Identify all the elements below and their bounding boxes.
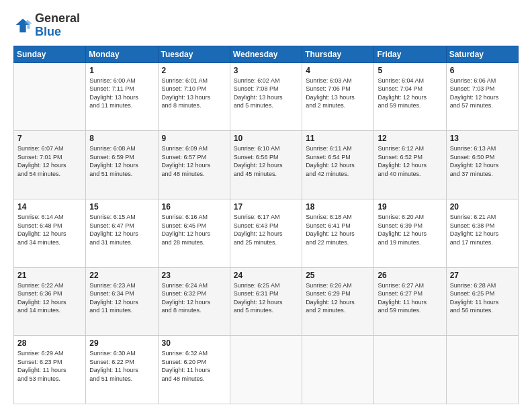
day-info: Sunrise: 6:09 AM Sunset: 6:57 PM Dayligh… (162, 144, 226, 178)
day-number: 29 (89, 338, 154, 348)
day-info: Sunrise: 6:00 AM Sunset: 7:11 PM Dayligh… (89, 77, 154, 110)
page: GeneralBlue SundayMondayTuesdayWednesday… (0, 0, 532, 411)
calendar-cell: 7Sunrise: 6:07 AM Sunset: 7:01 PM Daylig… (14, 131, 86, 199)
calendar-cell: 9Sunrise: 6:09 AM Sunset: 6:57 PM Daylig… (158, 131, 230, 199)
day-info: Sunrise: 6:17 AM Sunset: 6:43 PM Dayligh… (234, 213, 298, 246)
calendar-cell (374, 336, 446, 404)
calendar: SundayMondayTuesdayWednesdayThursdayFrid… (13, 46, 519, 404)
day-number: 17 (234, 202, 298, 212)
day-number: 18 (306, 202, 370, 212)
day-info: Sunrise: 6:29 AM Sunset: 6:23 PM Dayligh… (17, 349, 82, 383)
day-info: Sunrise: 6:16 AM Sunset: 6:45 PM Dayligh… (162, 213, 226, 246)
weekday-header: Sunday (14, 46, 86, 62)
day-number: 30 (162, 338, 226, 348)
day-info: Sunrise: 6:13 AM Sunset: 6:50 PM Dayligh… (450, 144, 515, 178)
day-info: Sunrise: 6:10 AM Sunset: 6:56 PM Dayligh… (234, 144, 298, 178)
calendar-cell: 22Sunrise: 6:23 AM Sunset: 6:34 PM Dayli… (86, 267, 158, 336)
calendar-cell (230, 336, 302, 404)
calendar-cell: 2Sunrise: 6:01 AM Sunset: 7:10 PM Daylig… (158, 62, 230, 131)
day-number: 25 (306, 271, 370, 280)
day-number: 6 (450, 66, 515, 75)
day-info: Sunrise: 6:32 AM Sunset: 6:20 PM Dayligh… (162, 349, 226, 383)
calendar-cell: 26Sunrise: 6:27 AM Sunset: 6:27 PM Dayli… (374, 267, 446, 336)
day-info: Sunrise: 6:30 AM Sunset: 6:22 PM Dayligh… (89, 349, 154, 383)
day-info: Sunrise: 6:06 AM Sunset: 7:03 PM Dayligh… (450, 77, 515, 110)
calendar-cell: 8Sunrise: 6:08 AM Sunset: 6:59 PM Daylig… (86, 131, 158, 199)
day-info: Sunrise: 6:24 AM Sunset: 6:32 PM Dayligh… (162, 281, 226, 315)
day-number: 23 (162, 271, 226, 280)
calendar-cell: 28Sunrise: 6:29 AM Sunset: 6:23 PM Dayli… (14, 336, 86, 404)
calendar-cell: 11Sunrise: 6:11 AM Sunset: 6:54 PM Dayli… (302, 131, 374, 199)
logo-blue: Blue (35, 26, 80, 39)
day-info: Sunrise: 6:02 AM Sunset: 7:08 PM Dayligh… (234, 77, 298, 110)
day-info: Sunrise: 6:12 AM Sunset: 6:52 PM Dayligh… (378, 144, 442, 178)
calendar-cell: 30Sunrise: 6:32 AM Sunset: 6:20 PM Dayli… (158, 336, 230, 404)
day-number: 5 (378, 66, 442, 75)
weekday-header: Tuesday (158, 46, 230, 62)
day-number: 21 (17, 271, 82, 280)
weekday-header: Wednesday (230, 46, 302, 62)
calendar-cell: 1Sunrise: 6:00 AM Sunset: 7:11 PM Daylig… (86, 62, 158, 131)
calendar-cell (14, 62, 86, 131)
day-info: Sunrise: 6:26 AM Sunset: 6:29 PM Dayligh… (306, 281, 370, 315)
calendar-cell: 13Sunrise: 6:13 AM Sunset: 6:50 PM Dayli… (446, 131, 518, 199)
calendar-cell: 14Sunrise: 6:14 AM Sunset: 6:48 PM Dayli… (14, 199, 86, 267)
day-info: Sunrise: 6:07 AM Sunset: 7:01 PM Dayligh… (17, 144, 82, 178)
day-number: 7 (17, 134, 82, 143)
calendar-cell: 10Sunrise: 6:10 AM Sunset: 6:56 PM Dayli… (230, 131, 302, 199)
calendar-cell: 3Sunrise: 6:02 AM Sunset: 7:08 PM Daylig… (230, 62, 302, 131)
day-info: Sunrise: 6:01 AM Sunset: 7:10 PM Dayligh… (162, 77, 226, 110)
day-number: 27 (450, 271, 515, 280)
day-info: Sunrise: 6:14 AM Sunset: 6:48 PM Dayligh… (17, 213, 82, 246)
calendar-cell: 19Sunrise: 6:20 AM Sunset: 6:39 PM Dayli… (374, 199, 446, 267)
calendar-cell: 29Sunrise: 6:30 AM Sunset: 6:22 PM Dayli… (86, 336, 158, 404)
day-number: 12 (378, 134, 442, 143)
day-number: 14 (17, 202, 82, 212)
calendar-cell: 12Sunrise: 6:12 AM Sunset: 6:52 PM Dayli… (374, 131, 446, 199)
day-info: Sunrise: 6:11 AM Sunset: 6:54 PM Dayligh… (306, 144, 370, 178)
day-number: 8 (89, 134, 154, 143)
day-info: Sunrise: 6:22 AM Sunset: 6:36 PM Dayligh… (17, 281, 82, 315)
header: GeneralBlue (13, 12, 519, 39)
calendar-cell: 16Sunrise: 6:16 AM Sunset: 6:45 PM Dayli… (158, 199, 230, 267)
day-number: 10 (234, 134, 298, 143)
day-number: 20 (450, 202, 515, 212)
calendar-cell: 4Sunrise: 6:03 AM Sunset: 7:06 PM Daylig… (302, 62, 374, 131)
day-info: Sunrise: 6:08 AM Sunset: 6:59 PM Dayligh… (89, 144, 154, 178)
day-info: Sunrise: 6:28 AM Sunset: 6:25 PM Dayligh… (450, 281, 515, 315)
day-info: Sunrise: 6:03 AM Sunset: 7:06 PM Dayligh… (306, 77, 370, 110)
day-info: Sunrise: 6:15 AM Sunset: 6:47 PM Dayligh… (89, 213, 154, 246)
calendar-cell: 6Sunrise: 6:06 AM Sunset: 7:03 PM Daylig… (446, 62, 518, 131)
day-number: 1 (89, 66, 154, 75)
day-info: Sunrise: 6:20 AM Sunset: 6:39 PM Dayligh… (378, 213, 442, 246)
day-info: Sunrise: 6:25 AM Sunset: 6:31 PM Dayligh… (234, 281, 298, 315)
day-number: 19 (378, 202, 442, 212)
weekday-header: Saturday (446, 46, 518, 62)
day-number: 13 (450, 134, 515, 143)
calendar-cell: 23Sunrise: 6:24 AM Sunset: 6:32 PM Dayli… (158, 267, 230, 336)
day-number: 4 (306, 66, 370, 75)
day-info: Sunrise: 6:21 AM Sunset: 6:38 PM Dayligh… (450, 213, 515, 246)
calendar-cell: 25Sunrise: 6:26 AM Sunset: 6:29 PM Dayli… (302, 267, 374, 336)
calendar-cell (302, 336, 374, 404)
calendar-cell: 15Sunrise: 6:15 AM Sunset: 6:47 PM Dayli… (86, 199, 158, 267)
logo: GeneralBlue (13, 12, 80, 39)
day-number: 11 (306, 134, 370, 143)
calendar-cell: 27Sunrise: 6:28 AM Sunset: 6:25 PM Dayli… (446, 267, 518, 336)
weekday-header: Monday (86, 46, 158, 62)
day-number: 3 (234, 66, 298, 75)
calendar-cell: 17Sunrise: 6:17 AM Sunset: 6:43 PM Dayli… (230, 199, 302, 267)
day-number: 28 (17, 338, 82, 348)
calendar-cell: 5Sunrise: 6:04 AM Sunset: 7:04 PM Daylig… (374, 62, 446, 131)
day-info: Sunrise: 6:23 AM Sunset: 6:34 PM Dayligh… (89, 281, 154, 315)
logo-general: General (35, 12, 80, 26)
day-number: 26 (378, 271, 442, 280)
calendar-cell: 24Sunrise: 6:25 AM Sunset: 6:31 PM Dayli… (230, 267, 302, 336)
calendar-cell: 20Sunrise: 6:21 AM Sunset: 6:38 PM Dayli… (446, 199, 518, 267)
day-info: Sunrise: 6:18 AM Sunset: 6:41 PM Dayligh… (306, 213, 370, 246)
day-info: Sunrise: 6:27 AM Sunset: 6:27 PM Dayligh… (378, 281, 442, 315)
day-info: Sunrise: 6:04 AM Sunset: 7:04 PM Dayligh… (378, 77, 442, 110)
weekday-header: Friday (374, 46, 446, 62)
day-number: 9 (162, 134, 226, 143)
day-number: 15 (89, 202, 154, 212)
